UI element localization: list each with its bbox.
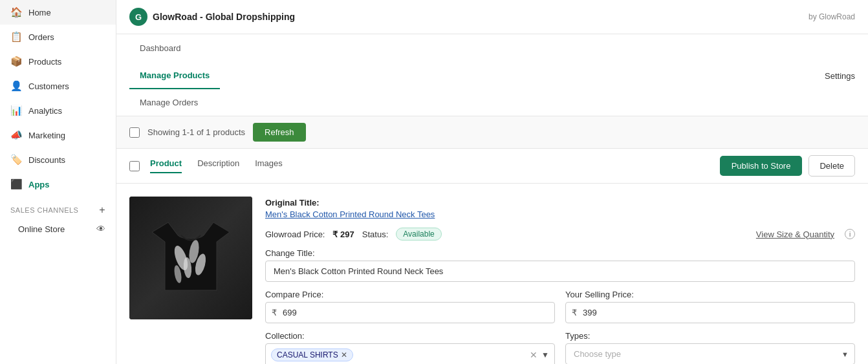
sales-channels-label: SALES CHANNELS [10,206,78,214]
compare-price-input[interactable] [265,302,555,323]
selling-price-label: Your Selling Price: [565,290,855,299]
collection-label: Collection: [265,331,555,341]
collection-dropdown-button[interactable]: ▼ [541,350,549,359]
compare-price-field: Compare Price: ₹ [265,290,555,323]
apps-icon: ⬛ [10,178,22,190]
app-title: GlowRoad - Global Dropshipping [153,12,295,22]
tab-manage-orders[interactable]: Manage Orders [129,89,220,116]
status-badge: Available [396,228,441,241]
tab-dashboard[interactable]: Dashboard [129,34,220,62]
sidebar: 🏠Home📋Orders📦Products👤Customers📊Analytic… [0,0,116,364]
select-all-checkbox[interactable] [129,127,140,138]
collection-tag-remove-button[interactable]: ✕ [341,350,347,359]
sidebar-item-label-products: Products [28,57,61,67]
product-area: ProductDescriptionImages Publish to Stor… [116,149,868,364]
sidebar-item-analytics[interactable]: 📊Analytics [0,98,116,123]
product-select-checkbox[interactable] [129,161,140,171]
sidebar-item-orders[interactable]: 📋Orders [0,25,116,49]
collection-input-wrapper[interactable]: CASUAL SHIRTS ✕ ✕ ▼ [265,343,555,364]
change-title-field: Change Title: [265,248,855,282]
compare-price-currency: ₹ [272,308,277,317]
sidebar-item-home[interactable]: 🏠Home [0,0,116,25]
sidebar-item-discounts[interactable]: 🏷️Discounts [0,147,116,172]
product-title-link[interactable]: Men's Black Cotton Printed Round Neck Te… [265,209,435,219]
product-tabs: ProductDescriptionImages [150,158,283,173]
add-sales-channel-button[interactable]: + [99,204,105,216]
product-tab-images[interactable]: Images [255,158,283,173]
status-label: Status: [362,230,388,239]
product-tab-description[interactable]: Description [197,158,239,173]
refresh-button[interactable]: Refresh [253,123,306,142]
price-status-row: Glowroad Price: ₹ 297 Status: Available … [265,228,855,241]
original-title-row: Original Title: Men's Black Cotton Print… [265,197,855,220]
sidebar-item-label-apps: Apps [28,180,50,189]
settings-link[interactable]: Settings [825,62,855,89]
sidebar-item-label-home: Home [28,8,51,17]
glowroad-price-value: ₹ 297 [332,230,354,239]
customers-icon: 👤 [10,80,22,92]
app-header: G GlowRoad - Global Dropshipping by Glow… [116,0,868,34]
products-icon: 📦 [10,56,22,67]
delete-button[interactable]: Delete [808,155,855,177]
main-tabs: DashboardManage ProductsManage Orders Se… [116,34,868,116]
price-fields-row: Compare Price: ₹ Your Selling Price: ₹ [265,290,855,323]
collection-field: Collection: CASUAL SHIRTS ✕ ✕ ▼ [265,331,555,364]
sidebar-item-label-analytics: Analytics [28,106,62,116]
product-tshirt-svg [146,213,236,303]
sidebar-item-label-marketing: Marketing [28,131,65,140]
collection-controls: ✕ ▼ [530,350,549,360]
original-title-label: Original Title: [265,198,320,208]
eye-icon[interactable]: 👁 [96,224,105,234]
types-label: Types: [565,331,855,341]
product-image-placeholder [129,197,252,319]
collection-clear-button[interactable]: ✕ [530,350,537,360]
main-content: G GlowRoad - Global Dropshipping by Glow… [116,0,868,364]
selling-price-input[interactable] [565,302,855,323]
sidebar-item-customers[interactable]: 👤Customers [0,74,116,98]
analytics-icon: 📊 [10,105,22,116]
publish-to-store-button[interactable]: Publish to Store [720,156,803,176]
discounts-icon: 🏷️ [10,154,22,166]
showing-text: Showing 1-1 of 1 products [147,127,245,137]
glowroad-price-label: Glowroad Price: [265,230,325,239]
types-field: Types: Choose type ▼ [565,331,855,364]
sidebar-sub-item-online-store[interactable]: Online Store👁 [0,219,116,239]
tab-manage-products[interactable]: Manage Products [129,61,220,89]
change-title-label: Change Title: [265,248,855,258]
online-store-label: Online Store [18,224,65,234]
row-actions: Publish to Store Delete [720,155,855,177]
collection-types-row: Collection: CASUAL SHIRTS ✕ ✕ ▼ [265,331,855,364]
sales-channels-section: SALES CHANNELS + [0,197,116,219]
sidebar-item-apps[interactable]: ⬛Apps [0,172,116,197]
home-icon: 🏠 [10,6,22,18]
sidebar-item-label-customers: Customers [28,81,69,91]
product-image [129,197,252,319]
orders-icon: 📋 [10,31,22,43]
types-select-wrapper: Choose type ▼ [565,343,855,364]
product-card: Original Title: Men's Black Cotton Print… [116,184,868,364]
compare-price-label: Compare Price: [265,290,555,299]
change-title-input[interactable] [265,261,855,282]
sidebar-item-label-discounts: Discounts [28,155,65,165]
collection-tag-text: CASUAL SHIRTS [277,350,338,359]
app-logo: G [129,8,147,26]
view-size-link[interactable]: View Size & Quantity [756,230,834,239]
product-tab-product[interactable]: Product [150,158,182,173]
selling-price-field: Your Selling Price: ₹ [565,290,855,323]
toolbar: Showing 1-1 of 1 products Refresh [116,116,868,149]
sidebar-item-label-orders: Orders [28,32,54,42]
selling-price-wrapper: ₹ [565,302,855,323]
compare-price-wrapper: ₹ [265,302,555,323]
types-select[interactable]: Choose type [565,343,855,364]
marketing-icon: 📣 [10,129,22,141]
sidebar-item-products[interactable]: 📦Products [0,49,116,74]
app-header-by: by GlowRoad [808,12,855,21]
sidebar-item-marketing[interactable]: 📣Marketing [0,123,116,147]
selling-price-currency: ₹ [572,308,577,317]
product-details: Original Title: Men's Black Cotton Print… [265,197,855,364]
info-icon[interactable]: i [845,229,855,239]
collection-tag-chip: CASUAL SHIRTS ✕ [271,348,353,361]
product-row-header: ProductDescriptionImages Publish to Stor… [116,149,868,184]
